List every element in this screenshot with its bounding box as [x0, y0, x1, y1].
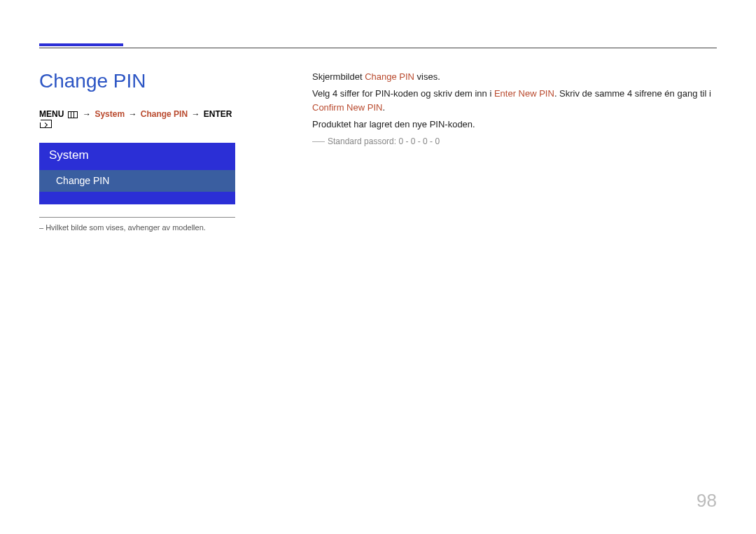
menu-header: System [39, 143, 235, 170]
breadcrumb-change-pin: Change PIN [141, 109, 188, 119]
chevron-right-icon: → [190, 109, 201, 119]
note-text: Standard passord: 0 - 0 - 0 - 0 [328, 136, 440, 146]
page-title: Change PIN [39, 70, 235, 92]
menu-icon [68, 110, 78, 120]
breadcrumb-system: System [94, 109, 125, 119]
manual-page: Change PIN MENU → System → Change PIN → … [0, 0, 756, 534]
header-accent-bar [39, 43, 123, 46]
enter-icon [41, 120, 52, 130]
text: . Skriv de samme 4 sifrene én gang til i [554, 88, 711, 99]
body-line-2: Velg 4 siffer for PIN-koden og skriv dem… [312, 87, 717, 115]
right-column: Skjermbildet Change PIN vises. Velg 4 si… [312, 70, 717, 232]
text: . [382, 102, 385, 113]
content-area: Change PIN MENU → System → Change PIN → … [39, 70, 717, 232]
keyword-change-pin: Change PIN [365, 71, 414, 82]
footnote-text: – Hvilket bilde som vises, avhenger av m… [39, 223, 235, 232]
header-rule [39, 48, 717, 48]
text: Skjermbildet [312, 71, 365, 82]
body-line-3: Produktet har lagret den nye PIN-koden. [312, 118, 717, 132]
menu-preview: System Change PIN [39, 143, 235, 204]
breadcrumb-enter: ENTER [204, 109, 232, 119]
keyword-confirm-new-pin: Confirm New PIN [312, 102, 382, 113]
footnote-rule [39, 217, 235, 218]
breadcrumb-menu: MENU [39, 109, 64, 119]
chevron-right-icon: → [81, 109, 92, 119]
text: Velg 4 siffer for PIN-koden og skriv dem… [312, 88, 494, 99]
note-dash-icon [312, 141, 325, 142]
keyword-enter-new-pin: Enter New PIN [494, 88, 554, 99]
default-password-note: Standard passord: 0 - 0 - 0 - 0 [312, 136, 717, 146]
menu-spacer [39, 192, 235, 204]
menu-item-change-pin: Change PIN [39, 170, 235, 192]
body-line-1: Skjermbildet Change PIN vises. [312, 70, 717, 84]
breadcrumb: MENU → System → Change PIN → ENTER [39, 109, 235, 130]
page-number: 98 [696, 490, 717, 512]
left-column: Change PIN MENU → System → Change PIN → … [39, 70, 235, 232]
text: vises. [414, 71, 440, 82]
chevron-right-icon: → [127, 109, 138, 119]
